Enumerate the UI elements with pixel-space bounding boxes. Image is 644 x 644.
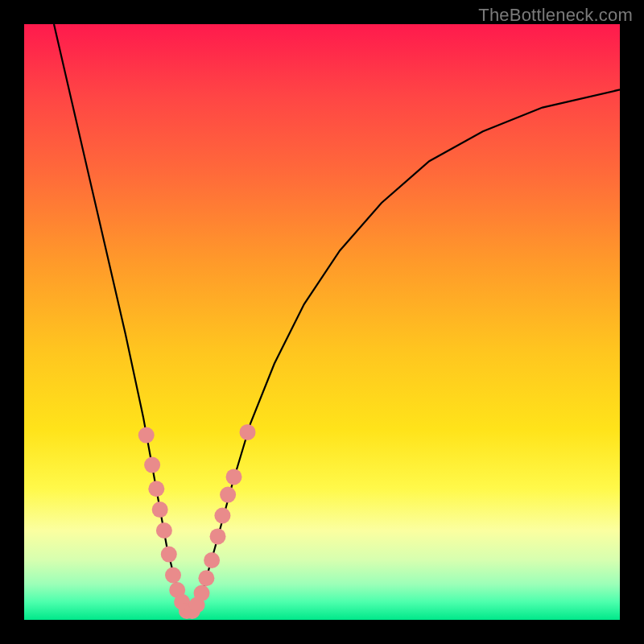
curve-marker <box>138 427 155 444</box>
plot-area <box>24 24 620 620</box>
curve-marker <box>161 547 177 563</box>
curve-marker <box>144 457 160 473</box>
chart-svg <box>24 24 620 620</box>
curve-marker <box>152 502 168 518</box>
curve-markers <box>138 424 256 619</box>
curve-marker <box>198 570 214 586</box>
curve-marker <box>240 424 256 440</box>
curve-marker <box>165 568 181 584</box>
curve-marker <box>204 552 220 568</box>
bottleneck-curve <box>54 24 620 614</box>
curve-marker <box>194 585 210 601</box>
curve-marker <box>214 508 230 524</box>
watermark-text: TheBottleneck.com <box>478 5 633 26</box>
curve-marker <box>226 469 242 485</box>
curve-marker <box>220 487 236 503</box>
chart-frame: TheBottleneck.com <box>0 0 644 644</box>
curve-marker <box>148 481 164 497</box>
curve-marker <box>210 528 226 544</box>
curve-marker <box>156 522 172 539</box>
